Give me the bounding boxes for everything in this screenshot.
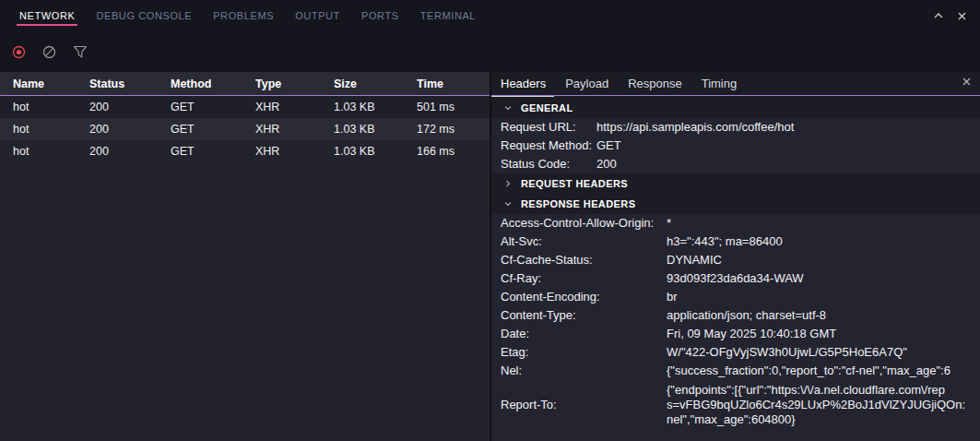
chevron-up-icon[interactable] [933, 11, 944, 20]
header-key: Cf-Cache-Status: [501, 253, 667, 267]
header-row: Content-Encoding: br [491, 288, 980, 306]
section-general[interactable]: GENERAL [491, 98, 980, 118]
tab-ports[interactable]: PORTS [361, 0, 399, 31]
header-value: * [667, 216, 980, 230]
cell-name: hot [13, 123, 89, 136]
cell-status: 200 [89, 145, 171, 158]
tab-problems[interactable]: PROBLEMS [213, 0, 274, 31]
section-title: GENERAL [521, 102, 573, 113]
col-method[interactable]: Method [171, 77, 255, 90]
request-details-panel: Headers Payload Response Timing GENERAL … [490, 72, 980, 441]
header-value: DYNAMIC [667, 253, 980, 267]
header-key: Etag: [501, 345, 667, 359]
tab-network[interactable]: NETWORK [19, 0, 75, 31]
header-value-line: nel","max_age":604800} [667, 412, 980, 427]
header-key: Content-Type: [501, 308, 667, 322]
cell-time: 501 ms [417, 101, 490, 113]
header-value: W/"422-OFgVyjSW3h0UjwL/G5P5HoE6A7Q" [667, 345, 980, 359]
cell-method: GET [171, 145, 255, 158]
tab-response[interactable]: Response [628, 72, 682, 96]
header-key: Content-Encoding: [501, 290, 667, 304]
header-value: 200 [596, 157, 980, 171]
section-request-headers[interactable]: REQUEST HEADERS [491, 173, 980, 194]
tab-debug-console[interactable]: DEBUG CONSOLE [96, 0, 192, 31]
clear-block-icon[interactable] [36, 39, 63, 66]
cell-time: 172 ms [417, 123, 490, 136]
header-value: h3=":443"; ma=86400 [667, 234, 980, 248]
header-value: br [667, 290, 980, 304]
requests-table: Name Status Method Type Size Time hot 20… [0, 72, 490, 441]
header-row: Etag: W/"422-OFgVyjSW3h0UjwL/G5P5HoE6A7Q… [491, 343, 980, 362]
cell-size: 1.03 KB [334, 123, 417, 136]
cell-type: XHR [255, 101, 334, 113]
close-panel-icon[interactable] [957, 11, 967, 21]
col-status[interactable]: Status [89, 77, 171, 90]
header-row: Date: Fri, 09 May 2025 10:40:18 GMT [491, 325, 980, 343]
devtools-network-panel: NETWORK DEBUG CONSOLE PROBLEMS OUTPUT PO… [0, 0, 980, 441]
network-toolbar [0, 31, 93, 72]
filter-icon[interactable] [66, 39, 93, 66]
header-row: Access-Control-Allow-Origin: * [491, 214, 980, 232]
section-title: REQUEST HEADERS [521, 178, 628, 189]
header-value: application/json; charset=utf-8 [667, 308, 980, 322]
record-icon[interactable] [6, 39, 32, 66]
header-value: https://api.sampleapis.com/coffee/hot [596, 120, 980, 134]
requests-table-header: Name Status Method Type Size Time [0, 72, 490, 96]
cell-size: 1.03 KB [334, 145, 417, 158]
table-row[interactable]: hot 200 GET XHR 1.03 KB 501 ms [0, 96, 490, 118]
header-key: Request URL: [501, 120, 596, 134]
header-row: Alt-Svc: h3=":443"; ma=86400 [491, 232, 980, 251]
response-header-rows: Access-Control-Allow-Origin: * Alt-Svc: … [491, 214, 980, 441]
header-value: GET [596, 138, 980, 152]
header-value: {"success_fraction":0,"report_to":"cf-ne… [667, 364, 980, 377]
cell-method: GET [171, 101, 255, 113]
cell-name: hot [13, 101, 89, 113]
tab-payload[interactable]: Payload [565, 72, 608, 96]
header-value-line: {"endpoints":[{"url":"https:\/\/a.nel.cl… [667, 383, 980, 398]
header-row: Cf-Ray: 93d093f23da6da34-WAW [491, 269, 980, 288]
details-tab-bar: Headers Payload Response Timing [491, 72, 980, 96]
section-title: RESPONSE HEADERS [521, 198, 635, 209]
cell-type: XHR [255, 123, 334, 136]
general-rows: Request URL: https://api.sampleapis.com/… [491, 118, 980, 173]
tab-headers[interactable]: Headers [501, 72, 546, 96]
header-value: {"endpoints":[{"url":"https:\/\/a.nel.cl… [667, 383, 980, 427]
header-row: Cf-Cache-Status: DYNAMIC [491, 251, 980, 269]
close-details-icon[interactable] [962, 77, 972, 87]
header-value: Fri, 09 May 2025 10:40:18 GMT [667, 327, 980, 340]
header-key: Status Code: [501, 157, 596, 171]
cell-method: GET [171, 123, 255, 136]
cell-status: 200 [89, 123, 171, 136]
details-body: GENERAL Request URL: https://api.samplea… [491, 98, 980, 441]
header-value: 93d093f23da6da34-WAW [667, 271, 980, 285]
header-key: Alt-Svc: [501, 234, 667, 248]
cell-time: 166 ms [417, 145, 490, 158]
header-row: Content-Type: application/json; charset=… [491, 306, 980, 325]
col-type[interactable]: Type [255, 77, 334, 90]
panel-window-buttons [933, 0, 967, 31]
tab-output[interactable]: OUTPUT [295, 0, 340, 31]
tab-terminal[interactable]: TERMINAL [420, 0, 476, 31]
header-key: Nel: [501, 364, 667, 377]
tab-timing[interactable]: Timing [702, 72, 738, 96]
header-key: Access-Control-Allow-Origin: [501, 216, 667, 230]
header-key: Request Method: [501, 138, 596, 152]
cell-type: XHR [255, 145, 334, 158]
header-row: Request Method: GET [491, 137, 980, 155]
section-response-headers[interactable]: RESPONSE HEADERS [491, 194, 980, 214]
header-row: Request URL: https://api.sampleapis.com/… [491, 118, 980, 137]
col-size[interactable]: Size [334, 77, 417, 90]
header-row: Status Code: 200 [491, 155, 980, 173]
table-row[interactable]: hot 200 GET XHR 1.03 KB 172 ms [0, 118, 490, 140]
chevron-right-icon [503, 179, 513, 188]
col-time[interactable]: Time [417, 77, 490, 90]
cell-size: 1.03 KB [334, 101, 417, 113]
table-row[interactable]: hot 200 GET XHR 1.03 KB 166 ms [0, 140, 490, 162]
header-key: Report-To: [501, 398, 667, 411]
cell-status: 200 [89, 101, 171, 113]
header-key: Cf-Ray: [501, 271, 667, 285]
col-name[interactable]: Name [13, 77, 89, 90]
chevron-down-icon [503, 199, 513, 209]
chevron-down-icon [503, 103, 513, 113]
header-key: Date: [501, 327, 667, 340]
